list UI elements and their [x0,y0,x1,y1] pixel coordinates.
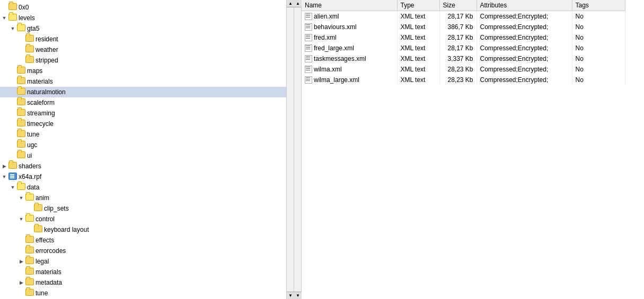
tree-toggle-levels[interactable]: ▼ [0,15,8,21]
tree-item-data2[interactable]: ▼data [0,182,294,193]
folder-icon-levels [8,14,17,21]
tree-toggle-gta5[interactable]: ▼ [8,26,17,31]
tree-item-stripped[interactable]: stripped [0,55,294,66]
tree-toggle-anim[interactable]: ▼ [17,195,25,201]
tree-toggle-legal[interactable]: ▶ [17,259,25,264]
file-tags: No [572,32,625,43]
scroll-track [287,7,294,292]
tree-item-maps[interactable]: maps [0,66,294,76]
tree-item-weather[interactable]: weather [0,44,294,55]
content-left-scrollbar[interactable]: ▲ ▼ [294,0,302,299]
table-row[interactable]: fred_large.xmlXML text28,17 KbCompressed… [302,43,625,53]
tree-item-control[interactable]: ▼control [0,214,294,224]
file-attributes: Compressed;Encrypted; [477,11,572,22]
folder-icon-resident [25,35,34,42]
col-tags[interactable]: Tags [572,0,625,11]
col-attributes[interactable]: Attributes [477,0,572,11]
file-tags: No [572,53,625,64]
tree-item-legal[interactable]: ▶legal [0,256,294,267]
tree-item-materials[interactable]: materials [0,76,294,87]
tree-item-streaming[interactable]: streaming [0,108,294,119]
tree-item-materials2[interactable]: materials [0,267,294,277]
folder-icon-tune [17,130,25,137]
tree-item-anim[interactable]: ▼anim [0,193,294,203]
file-name-cell: wilma.xml [302,64,397,75]
tree-item-metadata[interactable]: ▶metadata [0,277,294,288]
tree-item-shaders[interactable]: ▶shaders [0,161,294,171]
tree-item-tune[interactable]: tune [0,129,294,140]
tree-toggle-data2[interactable]: ▼ [8,185,17,190]
content-scroll-down[interactable]: ▼ [294,292,302,299]
scroll-down-button[interactable]: ▼ [287,292,294,299]
file-name: wilma_large.xml [314,76,359,84]
tree-item-gta5[interactable]: ▼gta5 [0,23,294,34]
tree-label-maps: maps [27,67,292,75]
tree-label-weather: weather [36,46,292,53]
tree-label-shaders: shaders [19,162,292,170]
tree-label-streaming: streaming [27,110,292,117]
col-size[interactable]: Size [439,0,477,11]
table-row[interactable]: alien.xmlXML text28,17 KbCompressed;Encr… [302,11,625,22]
folder-icon-stripped [25,56,34,63]
tree-item-tune2[interactable]: tune [0,288,294,298]
tree-label-keyboard_layout: keyboard layout [44,226,292,233]
file-name-cell: fred.xml [302,32,397,43]
file-size: 3,337 Kb [439,53,477,64]
file-size: 386,7 Kb [439,22,477,32]
tree-item-x64a_rpf[interactable]: ▼x64a.rpf [0,171,294,182]
tree-item-clip_sets[interactable]: clip_sets [0,203,294,214]
tree-label-ugc: ugc [27,141,292,149]
file-tags: No [572,64,625,75]
tree-label-legal: legal [36,258,292,265]
table-row[interactable]: wilma_large.xmlXML text28,23 KbCompresse… [302,75,625,85]
tree-item-effects[interactable]: effects [0,235,294,246]
col-type[interactable]: Type [397,0,439,11]
rpf-icon-x64a_rpf [8,173,17,180]
tree-item-resident[interactable]: resident [0,34,294,44]
file-type: XML text [397,64,439,75]
tree-toggle-x64a_rpf[interactable]: ▼ [0,174,8,179]
tree-toggle-metadata[interactable]: ▶ [17,280,25,285]
tree-item-ui[interactable]: ui [0,150,294,161]
tree-item-levels[interactable]: ▼levels [0,13,294,23]
scroll-up-button[interactable]: ▲ [287,0,294,7]
file-type: XML text [397,75,439,85]
tree-label-levels: levels [19,14,292,22]
folder-icon-errorcodes [25,247,34,253]
folder-icon-data2 [17,183,25,190]
file-icon [305,44,312,52]
table-row[interactable]: wilma.xmlXML text28,23 KbCompressed;Encr… [302,64,625,75]
tree-item-ugc[interactable]: ugc [0,140,294,150]
content-scroll-up[interactable]: ▲ [294,0,302,7]
tree-toggle-shaders[interactable]: ▶ [0,164,8,169]
file-attributes: Compressed;Encrypted; [477,53,572,64]
tree-label-tune2: tune [36,289,292,297]
tree-toggle-control[interactable]: ▼ [17,216,25,222]
table-row[interactable]: fred.xmlXML text28,17 KbCompressed;Encry… [302,32,625,43]
table-row[interactable]: taskmessages.xmlXML text3,337 KbCompress… [302,53,625,64]
file-size: 28,17 Kb [439,11,477,22]
tree-item-keyboard_layout[interactable]: keyboard layout [0,224,294,235]
file-attributes: Compressed;Encrypted; [477,22,572,32]
file-attributes: Compressed;Encrypted; [477,75,572,85]
file-size: 28,17 Kb [439,32,477,43]
tree-item-0x0[interactable]: 0x0 [0,2,294,13]
tree-label-materials2: materials [36,268,292,276]
folder-icon-metadata [25,278,34,285]
tree-item-errorcodes[interactable]: errorcodes [0,246,294,256]
tree-label-effects: effects [36,237,292,244]
file-name: fred.xml [314,34,337,41]
tree-item-scaleform[interactable]: scaleform [0,97,294,108]
tree-label-stripped: stripped [36,57,292,64]
folder-icon-clip_sets [34,204,42,211]
tree-label-0x0: 0x0 [19,4,292,11]
tree-item-naturalmotion[interactable]: naturalmotion [0,87,294,97]
file-type: XML text [397,22,439,32]
col-name[interactable]: Name [302,0,397,11]
tree-label-metadata: metadata [36,279,292,286]
folder-icon-control [25,215,34,222]
tree-label-anim: anim [36,194,292,202]
tree-scrollbar[interactable]: ▲ ▼ [286,0,294,299]
table-row[interactable]: behaviours.xmlXML text386,7 KbCompressed… [302,22,625,32]
tree-item-timecycle[interactable]: timecycle [0,119,294,129]
